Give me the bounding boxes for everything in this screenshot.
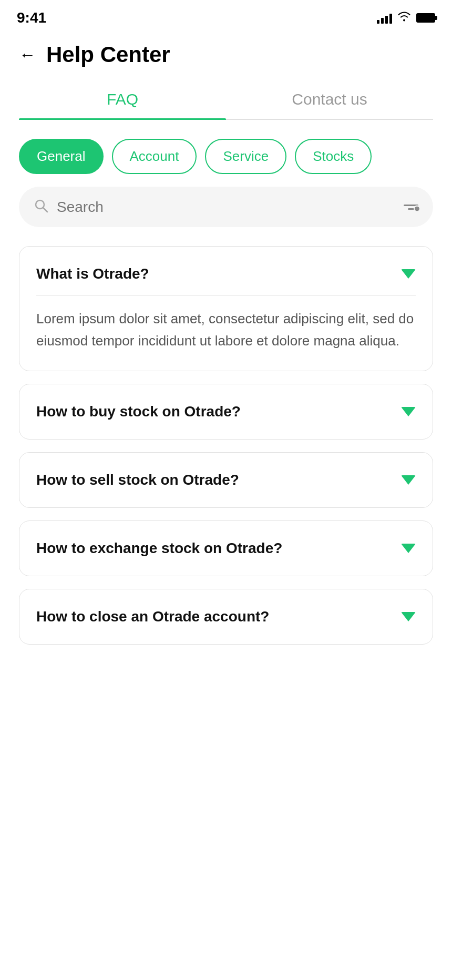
search-bar[interactable]	[19, 187, 433, 227]
category-service[interactable]: Service	[205, 139, 286, 174]
signal-icon	[377, 12, 392, 24]
faq-divider-1	[36, 295, 416, 295]
faq-header-2: How to buy stock on Otrade?	[36, 403, 416, 420]
wifi-icon	[397, 11, 411, 25]
faq-answer-1: Lorem ipsum dolor sit amet, consectetur …	[36, 308, 416, 352]
faq-question-5: How to close an Otrade account?	[36, 608, 401, 625]
chevron-down-icon-1	[401, 269, 416, 279]
svg-line-1	[43, 208, 47, 212]
header: ← Help Center	[0, 32, 452, 80]
faq-item-5[interactable]: How to close an Otrade account?	[19, 589, 433, 645]
faq-header-3: How to sell stock on Otrade?	[36, 472, 416, 488]
battery-icon	[416, 13, 435, 23]
category-general[interactable]: General	[19, 139, 104, 174]
faq-question-1: What is Otrade?	[36, 266, 401, 282]
category-stocks[interactable]: Stocks	[295, 139, 372, 174]
filter-icon[interactable]	[404, 205, 418, 210]
tab-faq[interactable]: FAQ	[19, 80, 226, 119]
status-icons	[377, 11, 435, 25]
status-time: 9:41	[17, 9, 46, 26]
faq-item-1[interactable]: What is Otrade? Lorem ipsum dolor sit am…	[19, 246, 433, 371]
faq-item-2[interactable]: How to buy stock on Otrade?	[19, 384, 433, 440]
category-account[interactable]: Account	[112, 139, 197, 174]
chevron-down-icon-4	[401, 544, 416, 553]
faq-header-5: How to close an Otrade account?	[36, 608, 416, 625]
faq-item-3[interactable]: How to sell stock on Otrade?	[19, 452, 433, 508]
chevron-down-icon-5	[401, 612, 416, 621]
page-title: Help Center	[46, 42, 170, 67]
faq-question-2: How to buy stock on Otrade?	[36, 403, 401, 420]
faq-question-3: How to sell stock on Otrade?	[36, 472, 401, 488]
faq-list: What is Otrade? Lorem ipsum dolor sit am…	[0, 246, 452, 645]
faq-question-4: How to exchange stock on Otrade?	[36, 540, 401, 557]
back-button[interactable]: ←	[19, 46, 36, 63]
categories-container: General Account Service Stocks	[0, 120, 452, 187]
faq-header-4: How to exchange stock on Otrade?	[36, 540, 416, 557]
chevron-down-icon-2	[401, 407, 416, 416]
tabs-container: FAQ Contact us	[19, 80, 433, 120]
faq-header-1: What is Otrade?	[36, 266, 416, 282]
chevron-down-icon-3	[401, 475, 416, 485]
faq-item-4[interactable]: How to exchange stock on Otrade?	[19, 520, 433, 576]
status-bar: 9:41	[0, 0, 452, 32]
search-icon	[34, 198, 48, 216]
search-input[interactable]	[57, 199, 395, 216]
tab-contact[interactable]: Contact us	[226, 80, 433, 119]
